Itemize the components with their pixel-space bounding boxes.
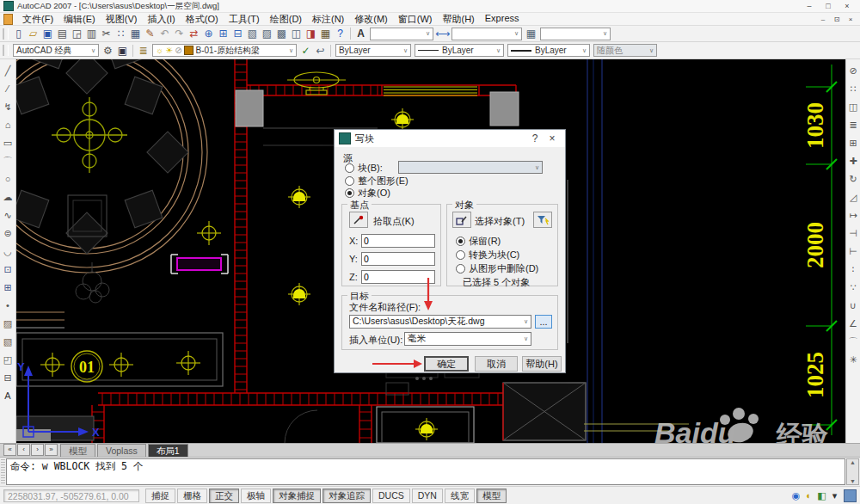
array-icon[interactable]: ⊞	[846, 134, 860, 152]
doc-minimize-button[interactable]: –	[816, 15, 830, 23]
pan-icon[interactable]: ⇄	[187, 27, 201, 40]
color-control-combo[interactable]: ByLayer ∨	[335, 44, 411, 57]
browse-button[interactable]: ...	[535, 315, 552, 329]
circle-icon[interactable]: ○	[1, 170, 15, 188]
hatch-icon[interactable]: ▨	[1, 315, 15, 333]
stretch-icon[interactable]: ↦	[846, 206, 860, 224]
designcenter-icon[interactable]: ▨	[260, 27, 274, 40]
next-tab-button[interactable]: ›	[31, 444, 44, 456]
move-icon[interactable]: ✚	[846, 152, 860, 170]
chamfer-icon[interactable]: ∠	[846, 315, 860, 333]
lwt-toggle[interactable]: 线宽	[445, 489, 475, 503]
publish-icon[interactable]: ▥	[84, 27, 99, 40]
otrack-toggle[interactable]: 对象追踪	[322, 489, 371, 503]
text-style-combo[interactable]: ∨	[370, 28, 433, 40]
mtext-icon[interactable]: A	[1, 387, 15, 405]
layer-combo[interactable]: ☼☀⊘ B-01-原始结构梁 ∨	[152, 44, 297, 57]
break-icon[interactable]: ∵	[846, 279, 860, 297]
menu-tools[interactable]: 工具(T)	[224, 13, 265, 26]
menu-edit[interactable]: 编辑(E)	[58, 13, 101, 26]
doc-close-button[interactable]: ×	[844, 15, 857, 23]
doc-restore-button[interactable]: ⊡	[830, 15, 844, 23]
menu-dimension[interactable]: 标注(N)	[307, 13, 349, 26]
dialog-title-bar[interactable]: 写块 ? ×	[335, 130, 565, 147]
menu-format[interactable]: 格式(O)	[181, 13, 224, 26]
lineweight-control-combo[interactable]: ByLayer ∨	[507, 44, 590, 57]
snap-toggle[interactable]: 捕捉	[145, 489, 175, 503]
insert-units-combo[interactable]: 毫米 ∨	[404, 332, 531, 346]
help-button[interactable]: 帮助(H)	[522, 356, 562, 372]
model-toggle[interactable]: 模型	[476, 489, 507, 503]
filename-combo[interactable]: C:\Users\asus\Desktop\天花.dwg ∨	[349, 315, 531, 329]
table-icon[interactable]: ⊟	[1, 369, 15, 387]
sheetset-manager-icon[interactable]: ◫	[289, 27, 304, 40]
workspace-settings-icon[interactable]: ⚙	[101, 44, 115, 58]
revcloud-icon[interactable]: ☁	[1, 188, 15, 206]
freeze-icon[interactable]: ☀	[165, 46, 173, 55]
explode-icon[interactable]: ✳	[846, 351, 860, 369]
fillet-icon[interactable]: ⌒	[846, 333, 860, 351]
bulb-icon[interactable]: ☼	[156, 46, 163, 55]
source-block-radio[interactable]: 块(B):	[345, 163, 383, 174]
clean-screen-button[interactable]	[844, 489, 857, 502]
tray-menu-arrow[interactable]: ▾	[828, 490, 841, 501]
ok-button[interactable]: 确定	[424, 356, 469, 372]
new-icon[interactable]: ▯	[11, 27, 26, 40]
workspace-save-icon[interactable]: ▣	[115, 44, 130, 58]
make-object-layer-current-icon[interactable]: ✓	[298, 44, 313, 58]
y-coordinate-input[interactable]	[361, 252, 435, 266]
source-objects-radio[interactable]: 对象(O)	[345, 187, 390, 199]
ortho-toggle[interactable]: 正交	[209, 489, 239, 503]
linetype-control-combo[interactable]: ByLayer ∨	[415, 44, 504, 57]
menu-express[interactable]: Express	[480, 13, 525, 26]
plot-preview-icon[interactable]: ◲	[70, 27, 84, 40]
command-input-line[interactable]	[10, 473, 841, 483]
menu-window[interactable]: 窗口(W)	[393, 13, 438, 26]
dialog-help-button[interactable]: ?	[526, 132, 544, 144]
lock-icon[interactable]: ⊘	[175, 46, 181, 55]
quick-select-button[interactable]	[533, 212, 552, 228]
arc-icon[interactable]: ⌒	[1, 152, 15, 170]
zoom-window-icon[interactable]: ⊞	[216, 27, 230, 40]
close-button[interactable]: ×	[838, 2, 857, 10]
toolbar-grip[interactable]	[3, 28, 9, 40]
rectangle-icon[interactable]: ▭	[1, 134, 15, 152]
layer-properties-icon[interactable]: ≣	[136, 44, 150, 58]
tab-voplass[interactable]: Voplass	[97, 444, 146, 457]
ducs-toggle[interactable]: DUCS	[372, 489, 410, 503]
point-icon[interactable]: •	[1, 297, 15, 315]
dim-style-combo[interactable]: ∨	[452, 28, 522, 40]
command-scrollbar[interactable]: ▲ ▼	[846, 458, 859, 485]
prev-tab-button[interactable]: ‹	[17, 444, 30, 456]
first-tab-button[interactable]: «	[3, 444, 16, 456]
redo-icon[interactable]: ↷	[172, 27, 187, 40]
erase-icon[interactable]: ⊘	[846, 62, 860, 80]
tab-model[interactable]: 模型	[60, 444, 95, 457]
workspace-combo[interactable]: AutoCAD 经典 ∨	[13, 44, 99, 57]
join-icon[interactable]: ∪	[846, 297, 860, 315]
toolbar-lock-icon[interactable]: ◐	[802, 490, 815, 501]
command-text-area[interactable]: 命令: w WBLOCK 找到 5 个	[6, 458, 845, 485]
scale-icon[interactable]: ◿	[846, 188, 860, 206]
plot-icon[interactable]: ▤	[55, 27, 70, 40]
menu-modify[interactable]: 修改(M)	[349, 13, 393, 26]
menu-draw[interactable]: 绘图(D)	[265, 13, 307, 26]
polyline-icon[interactable]: ↯	[1, 98, 15, 116]
x-coordinate-input[interactable]	[361, 234, 435, 248]
polygon-icon[interactable]: ⌂	[1, 116, 15, 134]
scroll-down-icon[interactable]: ▼	[850, 478, 856, 484]
convert-to-block-radio[interactable]: 转换为块(C)	[456, 249, 519, 261]
cancel-button[interactable]: 取消	[475, 356, 518, 372]
ellipse-arc-icon[interactable]: ◡	[1, 243, 15, 261]
region-icon[interactable]: ◰	[1, 351, 15, 369]
dyn-toggle[interactable]: DYN	[412, 489, 443, 503]
make-block-icon[interactable]: ⊞	[1, 279, 15, 297]
zoom-previous-icon[interactable]: ⊟	[230, 27, 245, 40]
z-coordinate-input[interactable]	[361, 270, 435, 284]
status-tray-icon[interactable]: ◧	[815, 490, 828, 501]
copy-object-icon[interactable]: ∷	[846, 80, 860, 98]
zoom-realtime-icon[interactable]: ⊕	[201, 27, 216, 40]
selected-block[interactable]	[177, 258, 221, 270]
pick-point-button[interactable]	[349, 212, 368, 228]
minimize-button[interactable]: –	[800, 2, 819, 10]
